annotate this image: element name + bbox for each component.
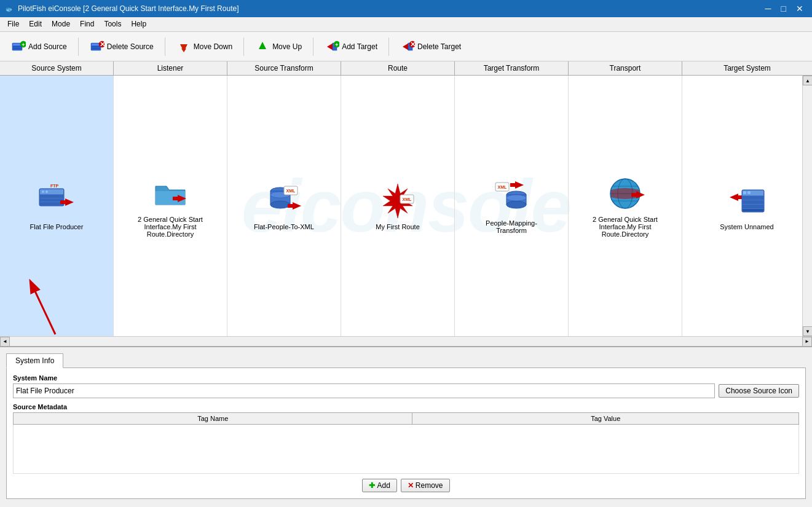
listener-label: 2 General Quick Start Interface.My First… [133, 216, 207, 238]
menu-bar: File Edit Mode Find Tools Help [0, 17, 812, 32]
svg-marker-65 [730, 194, 738, 201]
meta-row-empty [14, 425, 799, 474]
source-transform-label: Flat-People-To-XML [254, 223, 314, 230]
col-tag-value: Tag Value [412, 413, 799, 425]
svg-marker-63 [636, 191, 645, 198]
delete-target-icon: ✕ [400, 39, 415, 54]
delete-source-label: Delete Source [107, 42, 154, 51]
system-name-label: System Name [13, 374, 799, 382]
tab-strip: System Info [6, 353, 806, 368]
source-system-icon: FTP [37, 181, 76, 221]
svg-marker-13 [181, 49, 186, 52]
tab-system-info[interactable]: System Info [6, 353, 63, 368]
transport-cell[interactable]: 2 General Quick Start Interface.My First… [569, 76, 682, 336]
remove-button[interactable]: ✕Remove [401, 479, 450, 492]
scroll-right-button[interactable]: ► [802, 337, 812, 347]
move-down-button[interactable]: Move Down [170, 37, 238, 57]
svg-marker-20 [403, 43, 409, 50]
delete-target-button[interactable]: ✕ Delete Target [394, 37, 467, 57]
source-transform-cell[interactable]: XML Flat-People-To-XML [227, 76, 341, 336]
svg-rect-64 [631, 193, 637, 197]
delete-source-button[interactable]: ✕ Delete Source [84, 37, 160, 57]
svg-text:XML: XML [286, 189, 296, 193]
move-down-icon [176, 39, 191, 54]
toolbar-sep-3 [243, 37, 244, 56]
transport-icon [605, 174, 645, 213]
source-metadata-group: Source Metadata Tag Name Tag Value [13, 403, 799, 474]
svg-rect-69 [743, 196, 763, 200]
vertical-scrollbar[interactable]: ▲ ▼ [802, 76, 812, 336]
menu-help[interactable]: Help [126, 18, 151, 30]
horizontal-scroll-bar[interactable]: ◄ ► [0, 336, 812, 346]
svg-text:FTP: FTP [50, 184, 59, 188]
scroll-left-button[interactable]: ◄ [0, 337, 10, 347]
target-transform-label: People-Mapping-Transform [475, 219, 548, 234]
menu-file[interactable]: File [2, 18, 24, 30]
main-content: Source System Listener Source Transform … [0, 61, 812, 507]
delete-target-label: Delete Target [417, 42, 461, 51]
move-up-label: Move Up [272, 42, 302, 51]
svg-rect-33 [45, 191, 48, 193]
window-controls: ─ □ ✕ [762, 2, 807, 15]
metadata-table: Tag Name Tag Value [13, 412, 799, 474]
target-transform-cell[interactable]: XML People-Mapping-Transform [455, 76, 569, 336]
svg-point-55 [507, 195, 526, 201]
svg-rect-29 [40, 195, 63, 198]
add-source-label: Add Source [28, 42, 67, 51]
source-transform-icon: XML [264, 181, 304, 221]
window-title: PilotFish eiConsole [2 General Quick Sta… [18, 4, 238, 13]
add-target-label: Add Target [342, 42, 377, 51]
column-headers: Source System Listener Source Transform … [0, 61, 812, 76]
route-icon: XML [378, 181, 417, 221]
col-header-route: Route [341, 61, 455, 75]
toolbar-sep-5 [388, 37, 389, 56]
listener-cell[interactable]: 2 General Quick Start Interface.My First… [114, 76, 227, 336]
menu-find[interactable]: Find [75, 18, 99, 30]
svg-text:XML: XML [498, 185, 508, 189]
svg-rect-71 [743, 205, 763, 208]
svg-rect-36 [60, 200, 66, 204]
svg-rect-32 [42, 191, 44, 193]
add-source-button[interactable]: + Add Source [5, 37, 73, 57]
add-button[interactable]: ✚Add [362, 479, 396, 492]
transport-label: 2 General Quick Start Interface.My First… [588, 216, 662, 238]
scroll-up-button[interactable]: ▲ [803, 76, 812, 85]
source-system-cell[interactable]: FTP Flat File Producer [0, 76, 114, 336]
target-system-cell[interactable]: System Unnamed [682, 76, 812, 336]
minimize-button[interactable]: ─ [762, 2, 775, 15]
route-cell[interactable]: XML My First Route [341, 76, 455, 336]
menu-mode[interactable]: Mode [47, 18, 75, 30]
menu-edit[interactable]: Edit [24, 18, 47, 30]
metadata-body [14, 425, 799, 474]
move-down-label: Move Down [194, 42, 232, 51]
svg-rect-2 [13, 46, 22, 47]
svg-rect-9 [92, 48, 100, 49]
col-tag-name: Tag Name [14, 413, 412, 425]
route-label: My First Route [376, 223, 420, 230]
toolbar-sep-4 [313, 37, 313, 56]
add-target-icon: + [325, 39, 339, 54]
svg-marker-56 [515, 181, 524, 189]
add-target-button[interactable]: + Add Target [318, 37, 384, 57]
svg-rect-30 [40, 198, 63, 202]
move-up-button[interactable]: Move Up [249, 37, 308, 57]
system-name-group: System Name Choose Source Icon [13, 374, 799, 398]
system-name-input[interactable] [13, 383, 715, 398]
col-header-listener: Listener [114, 61, 227, 75]
svg-point-41 [270, 201, 290, 208]
choose-source-icon-button[interactable]: Choose Source Icon [719, 384, 799, 398]
route-area: Source System Listener Source Transform … [0, 61, 812, 347]
svg-rect-31 [40, 202, 63, 205]
svg-text:+: + [336, 41, 339, 47]
svg-text:✕: ✕ [409, 40, 415, 47]
col-header-source-system: Source System [0, 61, 114, 75]
svg-rect-38 [173, 197, 179, 200]
maximize-button[interactable]: □ [778, 2, 790, 15]
svg-marker-15 [327, 43, 333, 50]
scroll-down-button[interactable]: ▼ [803, 326, 812, 336]
menu-tools[interactable]: Tools [99, 18, 126, 30]
close-button[interactable]: ✕ [792, 2, 807, 15]
svg-rect-72 [743, 209, 763, 211]
bottom-panel: System Info System Name Choose Source Ic… [0, 347, 812, 507]
scroll-track [803, 85, 812, 326]
